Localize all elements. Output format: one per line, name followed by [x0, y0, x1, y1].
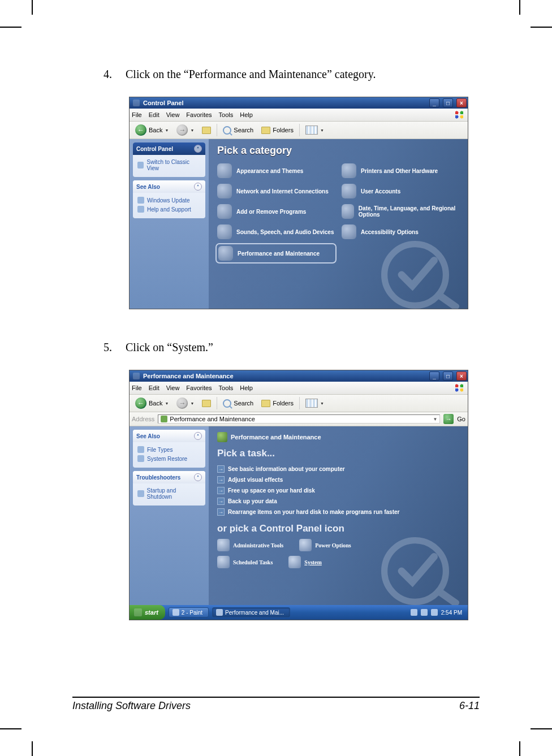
up-button[interactable] — [200, 126, 213, 135]
tray-icon[interactable] — [411, 609, 417, 616]
folders-label: Folders — [273, 400, 294, 407]
task-free-space[interactable]: →Free up space on your hard disk — [217, 485, 459, 496]
category-performance-maintenance[interactable]: Performance and Maintenance — [217, 245, 335, 262]
chevron-up-icon[interactable]: ˄ — [194, 473, 202, 481]
category-label: User Accounts — [361, 188, 400, 195]
views-icon — [305, 399, 318, 408]
menu-help[interactable]: Help — [240, 111, 253, 118]
forward-button[interactable]: → ▼ — [174, 397, 196, 409]
tray-icon[interactable] — [421, 609, 428, 616]
task-label: 2 - Paint — [182, 610, 202, 616]
category-add-remove-programs[interactable]: Add or Remove Programs — [217, 204, 335, 219]
menu-tools[interactable]: Tools — [219, 111, 234, 118]
task-adjust-visual[interactable]: →Adjust visual effects — [217, 474, 459, 485]
separator — [299, 397, 300, 409]
maximize-button[interactable]: □ — [443, 371, 453, 381]
back-button[interactable]: ← Back ▼ — [133, 124, 171, 136]
heading-pick-task: Pick a task... — [217, 448, 459, 459]
forward-dropdown-icon[interactable]: ▼ — [190, 401, 194, 405]
menu-favorites[interactable]: Favorites — [186, 385, 212, 391]
task-label: See basic information about your compute… — [228, 466, 345, 472]
titlebar[interactable]: Performance and Maintenance _ □ × — [130, 370, 468, 382]
windows-flag-icon — [453, 383, 465, 393]
panel-header[interactable]: Troubleshooters ˄ — [133, 471, 205, 483]
back-dropdown-icon[interactable]: ▼ — [165, 401, 169, 405]
address-dropdown-icon[interactable]: ▼ — [433, 417, 437, 422]
task-backup[interactable]: →Back up your data — [217, 496, 459, 507]
panel-header[interactable]: See Also ˄ — [133, 430, 205, 442]
category-icon — [342, 184, 356, 198]
startup-shutdown-link[interactable]: Startup and Shutdown — [137, 486, 201, 501]
crop-mark — [519, 741, 520, 756]
forward-button[interactable]: → ▼ — [174, 124, 196, 136]
go-label: Go — [457, 416, 465, 422]
up-button[interactable] — [200, 399, 213, 408]
folders-icon — [261, 400, 270, 407]
menu-file[interactable]: File — [132, 385, 142, 391]
address-field[interactable]: Performance and Maintenance ▼ — [158, 414, 440, 424]
views-button[interactable]: ▼ — [303, 398, 326, 408]
search-button[interactable]: Search — [221, 126, 256, 135]
views-button[interactable]: ▼ — [303, 125, 326, 135]
titlebar[interactable]: Control Panel _ □ × — [130, 97, 468, 109]
close-button[interactable]: × — [456, 371, 467, 381]
maximize-button[interactable]: □ — [443, 98, 453, 107]
panel-header[interactable]: Control Panel ˄ — [133, 142, 205, 155]
windows-update-link[interactable]: Windows Update — [137, 196, 201, 205]
cp-scheduled-tasks[interactable]: Scheduled Tasks — [217, 556, 273, 568]
chevron-up-icon[interactable]: ˄ — [194, 432, 202, 440]
address-bar: Address Performance and Maintenance ▼ → … — [130, 412, 468, 426]
menu-view[interactable]: View — [166, 385, 180, 391]
back-button[interactable]: ← Back ▼ — [133, 397, 171, 409]
switch-classic-view-link[interactable]: Switch to Classic View — [137, 158, 201, 172]
system-tray[interactable]: 2:54 PM — [411, 609, 465, 616]
forward-dropdown-icon[interactable]: ▼ — [190, 128, 194, 132]
system-restore-link[interactable]: System Restore — [137, 454, 201, 463]
menu-tools[interactable]: Tools — [219, 385, 234, 391]
views-dropdown-icon[interactable]: ▼ — [320, 401, 324, 405]
close-button[interactable]: × — [456, 98, 467, 107]
task-rearrange[interactable]: →Rearrange items on your hard disk to ma… — [217, 507, 459, 517]
start-button[interactable]: start — [130, 605, 165, 620]
taskbar-item-perf-maint[interactable]: Performance and Mai... — [212, 607, 290, 617]
views-dropdown-icon[interactable]: ▼ — [320, 128, 324, 132]
sidebar: Control Panel ˄ Switch to Classic View S… — [130, 139, 209, 309]
category-printers-hardware[interactable]: Printers and Other Hardware — [342, 163, 459, 178]
step-5: 5. Click on “System.” — [104, 341, 480, 354]
menu-view[interactable]: View — [166, 111, 180, 118]
cp-admin-tools[interactable]: Administrative Tools — [217, 539, 283, 551]
category-user-accounts[interactable]: User Accounts — [342, 184, 459, 198]
search-button[interactable]: Search — [221, 399, 256, 408]
minimize-button[interactable]: _ — [429, 98, 439, 107]
category-date-time-regional[interactable]: Date, Time, Language, and Regional Optio… — [342, 204, 459, 219]
folders-button[interactable]: Folders — [259, 126, 296, 135]
folders-button[interactable]: Folders — [259, 399, 296, 408]
category-sounds-speech-audio[interactable]: Sounds, Speech, and Audio Devices — [217, 224, 335, 239]
chevron-up-icon[interactable]: ˄ — [194, 183, 202, 191]
task-label: Free up space on your hard disk — [228, 487, 315, 494]
help-support-link[interactable]: Help and Support — [137, 205, 201, 214]
sidebar-panel-see-also: See Also ˄ File Types System Restore — [133, 430, 205, 468]
chevron-up-icon[interactable]: ˄ — [194, 145, 202, 153]
category-network-internet[interactable]: Network and Internet Connections — [217, 184, 335, 198]
task-see-basic-info[interactable]: →See basic information about your comput… — [217, 464, 459, 474]
menu-favorites[interactable]: Favorites — [186, 111, 212, 118]
link-label: Startup and Shutdown — [147, 487, 201, 500]
panel-header[interactable]: See Also ˄ — [133, 180, 205, 193]
file-types-link[interactable]: File Types — [137, 445, 201, 454]
tray-icon[interactable] — [431, 609, 438, 616]
menu-edit[interactable]: Edit — [149, 385, 159, 391]
go-button[interactable]: → — [443, 414, 454, 424]
step-4-text: Click on the “Performance and Maintenanc… — [126, 68, 376, 80]
taskbar-item-paint[interactable]: 2 - Paint — [169, 607, 209, 617]
cp-system[interactable]: System — [288, 556, 322, 568]
category-appearance-themes[interactable]: Appearance and Themes — [217, 163, 335, 178]
task-label: Performance and Mai... — [225, 610, 284, 616]
menu-help[interactable]: Help — [240, 385, 253, 391]
menu-file[interactable]: File — [132, 111, 142, 118]
menu-edit[interactable]: Edit — [149, 111, 159, 118]
cp-power-options[interactable]: Power Options — [299, 539, 351, 551]
minimize-button[interactable]: _ — [429, 371, 439, 381]
arrow-icon: → — [217, 498, 225, 505]
back-dropdown-icon[interactable]: ▼ — [165, 128, 169, 132]
